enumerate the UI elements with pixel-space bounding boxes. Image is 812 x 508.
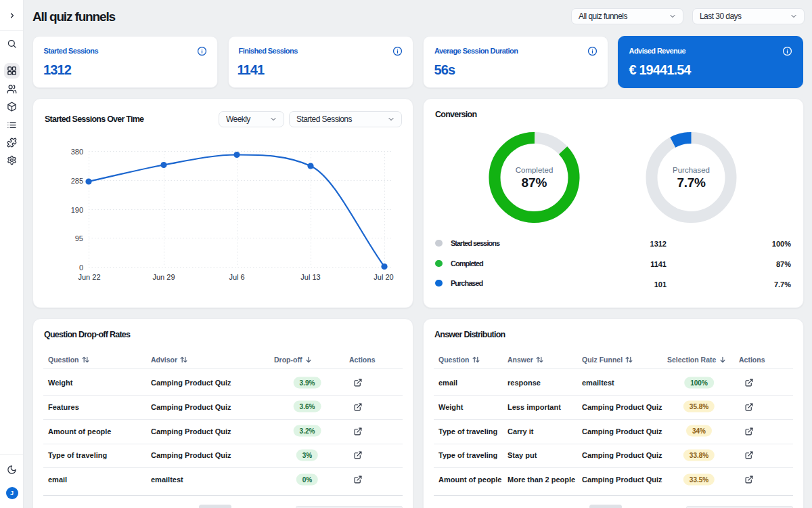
svg-text:Jul 6: Jul 6 (229, 273, 244, 281)
svg-text:Jun 22: Jun 22 (78, 273, 100, 281)
svg-text:7.7%: 7.7% (677, 175, 706, 190)
svg-text:Jul 20: Jul 20 (374, 273, 393, 281)
svg-text:Completed: Completed (516, 166, 554, 174)
svg-text:87%: 87% (521, 175, 547, 190)
svg-text:95: 95 (75, 234, 83, 242)
svg-text:Jul 13: Jul 13 (300, 273, 320, 281)
svg-text:380: 380 (71, 148, 83, 156)
svg-text:190: 190 (71, 206, 83, 214)
svg-text:Jun 29: Jun 29 (152, 273, 175, 281)
svg-text:0: 0 (79, 263, 83, 272)
svg-text:285: 285 (71, 177, 83, 185)
svg-text:Purchased: Purchased (673, 166, 710, 174)
